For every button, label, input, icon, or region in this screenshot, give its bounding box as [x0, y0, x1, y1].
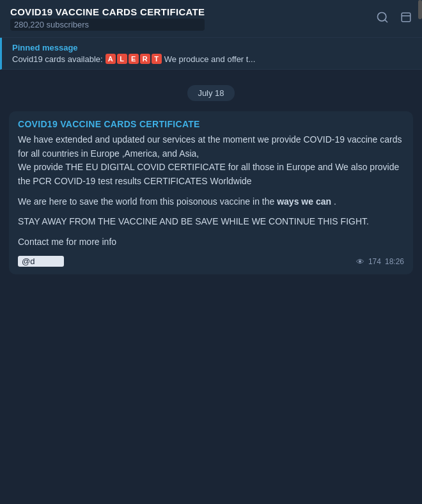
- pinned-preview-text: Covid19 cards available:: [12, 54, 103, 64]
- subscriber-count: 280,220 subscribers: [10, 19, 205, 31]
- date-separator: July 18: [6, 85, 416, 101]
- alert-letter-r: R: [140, 54, 150, 64]
- views-icon: 👁: [356, 257, 364, 267]
- pinned-continuation: We produce and offer t...: [164, 54, 256, 64]
- search-icon[interactable]: [376, 11, 389, 27]
- date-badge: July 18: [187, 85, 234, 101]
- header-info: COVID19 VACCINE CARDS CERTIFICATE 280,22…: [10, 6, 205, 31]
- alert-badge: A L E R T: [106, 54, 162, 64]
- window-icon[interactable]: [400, 12, 412, 26]
- message-paragraph-3: STAY AWAY FROM THE VACCINE AND BE SAVE W…: [18, 215, 404, 229]
- app-container: COVID19 VACCINE CARDS CERTIFICATE 280,22…: [0, 0, 422, 504]
- message-paragraph-2: We are here to save the world from this …: [18, 195, 404, 209]
- alert-letter-e: E: [129, 54, 139, 64]
- message-body: We have extended and updated our service…: [18, 133, 404, 249]
- alert-letter-t: T: [152, 54, 162, 64]
- channel-title: COVID19 VACCINE CARDS CERTIFICATE: [10, 6, 205, 17]
- message-bubble: COVID19 VACCINE CARDS CERTIFICATE We hav…: [9, 111, 413, 274]
- scroll-indicator: [418, 0, 422, 19]
- channel-header: COVID19 VACCINE CARDS CERTIFICATE 280,22…: [0, 0, 422, 38]
- pinned-content: Covid19 cards available: A L E R T We pr…: [12, 54, 412, 64]
- svg-line-1: [385, 19, 387, 22]
- message-paragraph-4: Contact me for more info: [18, 235, 404, 249]
- chat-area: July 18 COVID19 VACCINE CARDS CERTIFICAT…: [0, 70, 422, 504]
- alert-letter-l: L: [117, 54, 127, 64]
- message-paragraph-1: We have extended and updated our service…: [18, 133, 404, 189]
- svg-rect-2: [402, 13, 410, 22]
- message-meta: 👁 174 18:26: [356, 257, 404, 267]
- message-time: 18:26: [385, 257, 404, 266]
- message-handle: @d: [18, 256, 64, 267]
- pinned-message-bar[interactable]: Pinned message Covid19 cards available: …: [0, 38, 422, 70]
- pinned-label: Pinned message: [12, 43, 412, 52]
- view-count: 174: [368, 257, 381, 266]
- message-footer: @d 👁 174 18:26: [18, 256, 404, 267]
- header-actions: [376, 11, 412, 27]
- alert-letter-a: A: [106, 54, 116, 64]
- message-sender: COVID19 VACCINE CARDS CERTIFICATE: [18, 119, 404, 129]
